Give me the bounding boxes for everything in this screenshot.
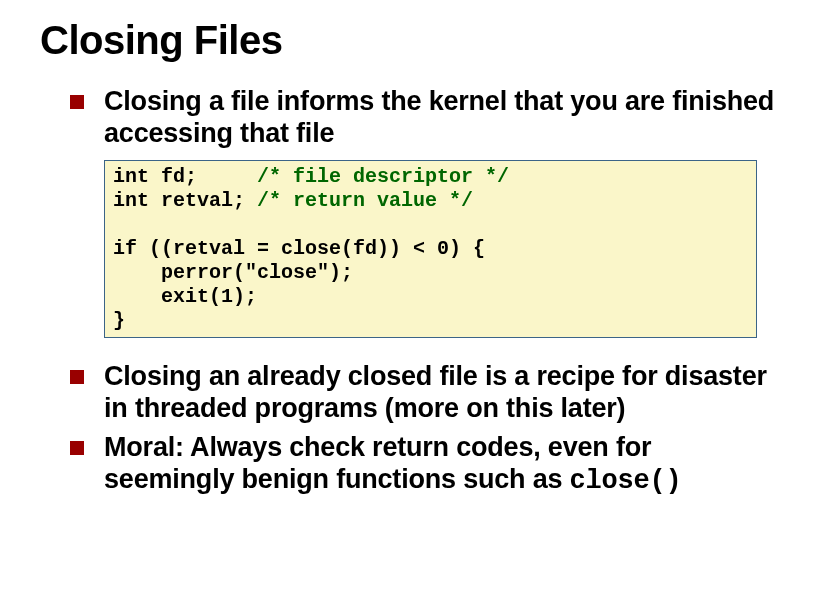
inline-code-close: close()	[570, 466, 682, 496]
code-line-1a: int fd;	[113, 165, 257, 188]
code-line-5: exit(1);	[113, 285, 257, 308]
bullet-item-3: Moral: Always check return codes, even f…	[70, 431, 777, 498]
bullet-list: Closing a file informs the kernel that y…	[40, 85, 777, 150]
code-block: int fd; /* file descriptor */ int retval…	[104, 160, 757, 338]
code-comment-2: /* return value */	[257, 189, 473, 212]
bullet-text: Closing an already closed file is a reci…	[104, 361, 767, 423]
code-line-2a: int retval;	[113, 189, 257, 212]
bullet-item-2: Closing an already closed file is a reci…	[70, 360, 777, 425]
code-line-6: }	[113, 309, 125, 332]
code-comment-1: /* file descriptor */	[257, 165, 509, 188]
slide-body: Closing Files Closing a file informs the…	[0, 0, 817, 523]
code-line-3: if ((retval = close(fd)) < 0) {	[113, 237, 485, 260]
bullet-list-2: Closing an already closed file is a reci…	[40, 360, 777, 498]
bullet-text: Closing a file informs the kernel that y…	[104, 86, 774, 148]
code-line-4: perror("close");	[113, 261, 353, 284]
slide-title: Closing Files	[40, 18, 777, 63]
bullet-item-1: Closing a file informs the kernel that y…	[70, 85, 777, 150]
